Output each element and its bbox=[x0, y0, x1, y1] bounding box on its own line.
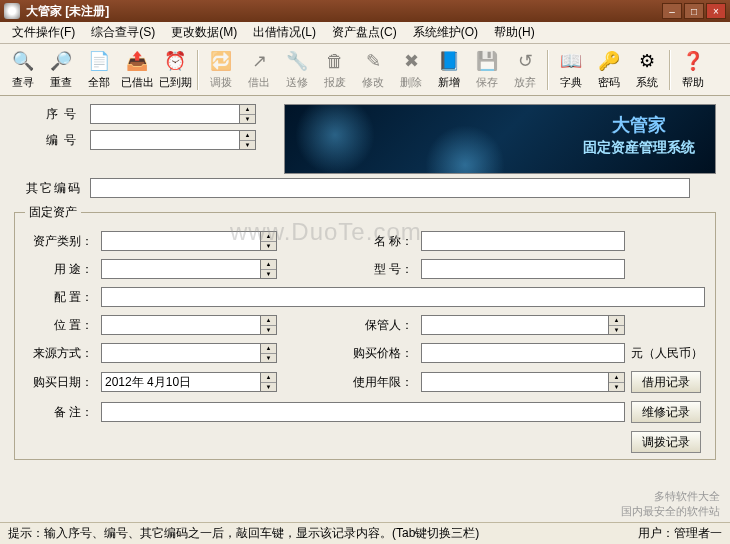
keeper-label: 保管人： bbox=[351, 317, 421, 334]
use-input[interactable] bbox=[101, 259, 261, 279]
tool-dict[interactable]: 📖字典 bbox=[552, 46, 590, 94]
modify-icon: ✎ bbox=[361, 49, 385, 73]
tool-recheck[interactable]: 🔎重查 bbox=[42, 46, 80, 94]
repair-record-button[interactable]: 维修记录 bbox=[631, 401, 701, 423]
tool-scrap: 🗑报废 bbox=[316, 46, 354, 94]
tool-discard: ↺放弃 bbox=[506, 46, 544, 94]
lend-label: 借出 bbox=[248, 75, 270, 90]
life-label: 使用年限： bbox=[351, 374, 421, 391]
user-label: 用户： bbox=[638, 525, 674, 542]
config-label: 配 置： bbox=[25, 289, 101, 306]
discard-icon: ↺ bbox=[513, 49, 537, 73]
code-label: 编号 bbox=[14, 132, 90, 149]
menu-system[interactable]: 系统维护(O) bbox=[405, 22, 486, 43]
menu-lend[interactable]: 出借情况(L) bbox=[245, 22, 324, 43]
scrap-icon: 🗑 bbox=[323, 49, 347, 73]
toolbar: 🔍查寻🔎重查📄全部📤已借出⏰已到期🔁调拨↗借出🔧送修🗑报废✎修改✖删除📘新增💾保… bbox=[0, 44, 730, 96]
menubar: 文件操作(F) 综合查寻(S) 更改数据(M) 出借情况(L) 资产盘点(C) … bbox=[0, 22, 730, 44]
corner-stamp: 多特软件大全 国内最安全的软件站 bbox=[621, 489, 720, 518]
buy-date-input[interactable] bbox=[101, 372, 261, 392]
addnew-label: 新增 bbox=[438, 75, 460, 90]
seq-spinner[interactable]: ▲▼ bbox=[240, 104, 256, 124]
menu-help[interactable]: 帮助(H) bbox=[486, 22, 543, 43]
location-input[interactable] bbox=[101, 315, 261, 335]
minimize-button[interactable]: – bbox=[662, 3, 682, 19]
model-label: 型 号： bbox=[351, 261, 421, 278]
location-label: 位 置： bbox=[25, 317, 101, 334]
source-spinner[interactable]: ▲▼ bbox=[261, 343, 277, 363]
category-input[interactable] bbox=[101, 231, 261, 251]
hint-text: 输入序号、编号、其它编码之一后，敲回车键，显示该记录内容。(Tab键切换三栏) bbox=[44, 525, 479, 542]
close-button[interactable]: × bbox=[706, 3, 726, 19]
tool-all[interactable]: 📄全部 bbox=[80, 46, 118, 94]
config-input[interactable] bbox=[101, 287, 705, 307]
borrow-record-button[interactable]: 借用记录 bbox=[631, 371, 701, 393]
life-input[interactable] bbox=[421, 372, 609, 392]
transfer-label: 调拨 bbox=[210, 75, 232, 90]
remark-input[interactable] bbox=[101, 402, 625, 422]
tool-save: 💾保存 bbox=[468, 46, 506, 94]
tool-transfer: 🔁调拨 bbox=[202, 46, 240, 94]
tool-search[interactable]: 🔍查寻 bbox=[4, 46, 42, 94]
toolbar-separator bbox=[547, 50, 549, 90]
password-icon: 🔑 bbox=[597, 49, 621, 73]
transfer-record-button[interactable]: 调拨记录 bbox=[631, 431, 701, 453]
location-spinner[interactable]: ▲▼ bbox=[261, 315, 277, 335]
menu-file[interactable]: 文件操作(F) bbox=[4, 22, 83, 43]
due-label: 已到期 bbox=[159, 75, 192, 90]
maximize-button[interactable]: □ bbox=[684, 3, 704, 19]
tool-lend: ↗借出 bbox=[240, 46, 278, 94]
delete-icon: ✖ bbox=[399, 49, 423, 73]
use-spinner[interactable]: ▲▼ bbox=[261, 259, 277, 279]
tool-system[interactable]: ⚙系统 bbox=[628, 46, 666, 94]
name-input[interactable] bbox=[421, 231, 625, 251]
system-icon: ⚙ bbox=[635, 49, 659, 73]
dict-icon: 📖 bbox=[559, 49, 583, 73]
code-input[interactable] bbox=[90, 130, 240, 150]
tool-password[interactable]: 🔑密码 bbox=[590, 46, 628, 94]
source-input[interactable] bbox=[101, 343, 261, 363]
asset-groupbox: 固定资产 资产类别： ▲▼ 名 称： 用 途： ▲▼ 型 号： 配 置： 位 置… bbox=[14, 204, 716, 460]
model-input[interactable] bbox=[421, 259, 625, 279]
toolbar-separator bbox=[197, 50, 199, 90]
menu-search[interactable]: 综合查寻(S) bbox=[83, 22, 163, 43]
transfer-icon: 🔁 bbox=[209, 49, 233, 73]
repair-icon: 🔧 bbox=[285, 49, 309, 73]
app-icon bbox=[4, 3, 20, 19]
save-icon: 💾 bbox=[475, 49, 499, 73]
tool-help[interactable]: ❓帮助 bbox=[674, 46, 712, 94]
seq-input[interactable] bbox=[90, 104, 240, 124]
price-input[interactable] bbox=[421, 343, 625, 363]
use-label: 用 途： bbox=[25, 261, 101, 278]
category-spinner[interactable]: ▲▼ bbox=[261, 231, 277, 251]
keeper-input[interactable] bbox=[421, 315, 609, 335]
keeper-spinner[interactable]: ▲▼ bbox=[609, 315, 625, 335]
menu-modify[interactable]: 更改数据(M) bbox=[163, 22, 245, 43]
other-code-input[interactable] bbox=[90, 178, 690, 198]
source-label: 来源方式： bbox=[25, 345, 101, 362]
tool-lent[interactable]: 📤已借出 bbox=[118, 46, 156, 94]
menu-inventory[interactable]: 资产盘点(C) bbox=[324, 22, 405, 43]
system-label: 系统 bbox=[636, 75, 658, 90]
code-spinner[interactable]: ▲▼ bbox=[240, 130, 256, 150]
tool-due[interactable]: ⏰已到期 bbox=[156, 46, 194, 94]
banner-title: 大管家 bbox=[583, 113, 695, 138]
statusbar: 提示： 输入序号、编号、其它编码之一后，敲回车键，显示该记录内容。(Tab键切换… bbox=[0, 522, 730, 544]
tool-addnew[interactable]: 📘新增 bbox=[430, 46, 468, 94]
life-spinner[interactable]: ▲▼ bbox=[609, 372, 625, 392]
price-label: 购买价格： bbox=[351, 345, 421, 362]
content-area: 序号 ▲▼ 编号 ▲▼ 大管家 固定资産管理系统 bbox=[0, 96, 730, 468]
discard-label: 放弃 bbox=[514, 75, 536, 90]
password-label: 密码 bbox=[598, 75, 620, 90]
addnew-icon: 📘 bbox=[437, 49, 461, 73]
banner: 大管家 固定资産管理系统 bbox=[284, 104, 716, 174]
scrap-label: 报废 bbox=[324, 75, 346, 90]
remark-label: 备 注： bbox=[25, 404, 101, 421]
save-label: 保存 bbox=[476, 75, 498, 90]
recheck-label: 重查 bbox=[50, 75, 72, 90]
buy-date-spinner[interactable]: ▲▼ bbox=[261, 372, 277, 392]
help-icon: ❓ bbox=[681, 49, 705, 73]
toolbar-separator bbox=[669, 50, 671, 90]
lent-icon: 📤 bbox=[125, 49, 149, 73]
dict-label: 字典 bbox=[560, 75, 582, 90]
